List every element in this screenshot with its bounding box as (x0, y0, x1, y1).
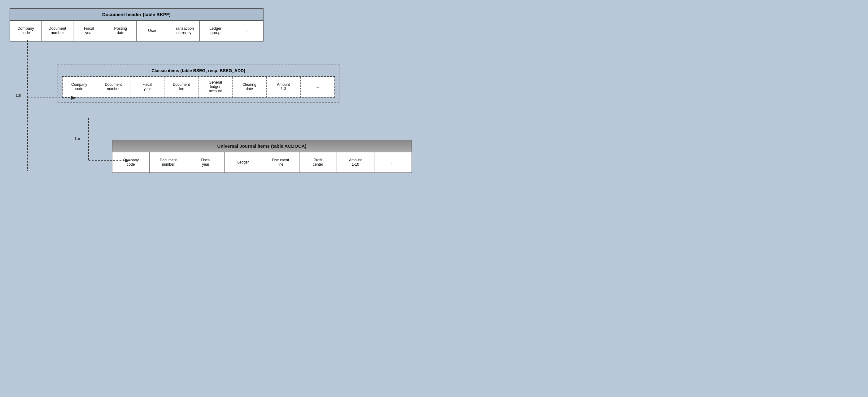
acdoca-col-2: Documentnumber (150, 152, 187, 173)
bseg-col-5: Generalledgeraccount (198, 77, 232, 97)
bkpf-title: Document header (table BKPF) (9, 8, 264, 20)
bkpf-columns: Companycode Documentnumber Fiscalyear Po… (9, 20, 264, 41)
bseg-col-8: ... (301, 77, 335, 97)
relation-label-2: 1:n (74, 136, 80, 141)
acdoca-col-8: ... (374, 152, 411, 173)
bseg-col-3: Fiscalyear (130, 77, 164, 97)
acdoca-col-3: Fiscalyear (187, 152, 224, 173)
bseg-table: Classic items (table BSEG; resp. BSEG_AD… (58, 64, 339, 102)
bkpf-col-8: ... (231, 21, 262, 41)
acdoca-col-6: Profitcenter (300, 152, 337, 173)
bkpf-col-5: User (136, 21, 168, 41)
relation-label-1: 1:n (16, 93, 21, 97)
bkpf-col-1: Companycode (10, 21, 42, 41)
acdoca-col-7: Amount1-10 (337, 152, 374, 173)
acdoca-col-4: Ledger (224, 152, 262, 173)
acdoca-columns: Companycode Documentnumber Fiscalyear Le… (112, 152, 412, 173)
acdoca-col-1: Companycode (113, 152, 150, 173)
acdoca-title: Universal Journal items (table ACDOCA) (112, 140, 412, 152)
bkpf-table: Document header (table BKPF) Companycode… (9, 8, 264, 41)
bseg-columns: Companycode Documentnumber Fiscalyear Do… (62, 76, 335, 97)
bseg-col-7: Amount1-3 (267, 77, 301, 97)
diagram: Document header (table BKPF) Companycode… (6, 3, 428, 195)
acdoca-table: Universal Journal items (table ACDOCA) C… (112, 140, 412, 173)
bkpf-col-7: Ledgergroup (200, 21, 231, 41)
bkpf-col-6: Transactioncurrency (168, 21, 200, 41)
acdoca-col-5: Documentline (262, 152, 300, 173)
bseg-col-1: Companycode (63, 77, 97, 97)
bseg-col-2: Documentnumber (96, 77, 130, 97)
bseg-col-4: Documentline (164, 77, 198, 97)
bkpf-col-3: Fiscalyear (73, 21, 105, 41)
bkpf-col-2: Documentnumber (42, 21, 73, 41)
bkpf-col-4: Postingdate (105, 21, 136, 41)
bseg-title: Classic items (table BSEG; resp. BSEG_AD… (62, 68, 335, 73)
bseg-col-6: Clearingdate (232, 77, 267, 97)
